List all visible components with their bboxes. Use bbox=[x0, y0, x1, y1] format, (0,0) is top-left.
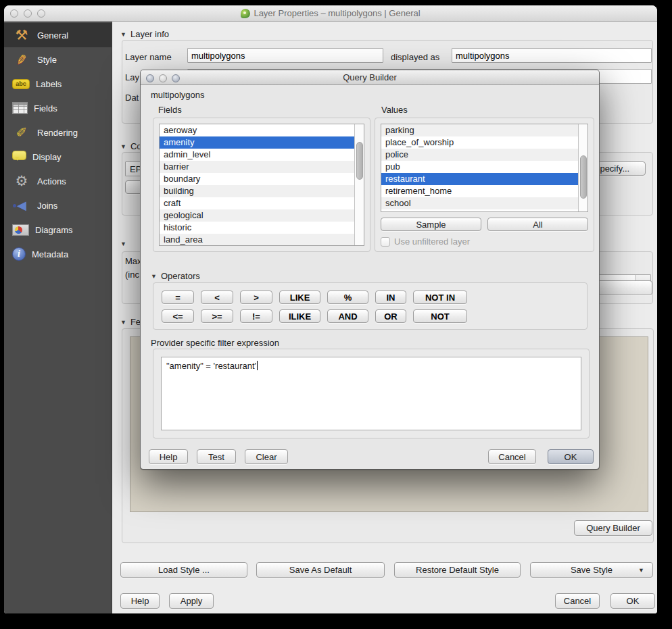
minimize-icon[interactable] bbox=[159, 74, 167, 82]
operator-button[interactable]: AND bbox=[327, 309, 368, 323]
minimize-icon[interactable] bbox=[24, 9, 32, 18]
sidebar-item[interactable]: Metadata bbox=[4, 242, 112, 266]
sidebar-item-label: Labels bbox=[36, 79, 62, 89]
zoom-icon[interactable] bbox=[37, 9, 45, 18]
field-row[interactable]: admin_level bbox=[160, 149, 354, 161]
sample-button[interactable]: Sample bbox=[381, 218, 481, 231]
cancel-button[interactable]: Cancel bbox=[555, 593, 600, 609]
operators-section-header[interactable]: ▼ Operators bbox=[151, 271, 200, 281]
sidebar-item[interactable]: Style bbox=[4, 47, 112, 72]
field-row[interactable]: geological bbox=[160, 209, 354, 222]
sidebar-item[interactable]: Fields bbox=[4, 96, 112, 120]
field-row[interactable]: boundary bbox=[160, 173, 354, 185]
operator-button[interactable]: != bbox=[240, 309, 272, 323]
sidebar-item[interactable]: Joins bbox=[4, 193, 112, 218]
style-button[interactable]: Restore Default Style ▼ bbox=[394, 562, 521, 578]
sidebar-item[interactable]: Diagrams bbox=[4, 218, 112, 242]
field-label: building bbox=[164, 186, 194, 196]
query-builder-titlebar[interactable]: Query Builder bbox=[141, 70, 599, 85]
sidebar-item[interactable]: Actions bbox=[4, 169, 112, 193]
collapse-triangle-icon: ▼ bbox=[120, 241, 126, 247]
scale-section-header[interactable]: ▼ bbox=[120, 241, 126, 247]
style-button[interactable]: Save Style ▼ bbox=[530, 562, 653, 578]
style-button[interactable]: Save As Default ▼ bbox=[256, 562, 385, 578]
qb-help-button[interactable]: Help bbox=[149, 449, 188, 464]
value-row[interactable]: restaurant bbox=[381, 173, 578, 185]
crs-section-header[interactable]: ▼ Co bbox=[120, 141, 142, 151]
operator-button[interactable]: > bbox=[240, 291, 272, 304]
query-layer-name: multipolygons bbox=[151, 90, 205, 100]
scrollbar-thumb[interactable] bbox=[580, 155, 587, 199]
layer-source-label-clipped: Lay bbox=[125, 72, 139, 82]
sidebar-item[interactable]: Rendering bbox=[4, 120, 112, 145]
sidebar-item[interactable]: Labels bbox=[4, 72, 112, 96]
operator-button[interactable]: LIKE bbox=[279, 291, 320, 304]
field-row[interactable]: amenity bbox=[160, 136, 354, 149]
value-row[interactable]: retirement_home bbox=[381, 185, 578, 197]
sidebar-item[interactable]: Display bbox=[4, 145, 112, 169]
sidebar-item[interactable]: General bbox=[4, 23, 112, 47]
value-label: school bbox=[385, 198, 411, 208]
displayed-as-input[interactable] bbox=[452, 48, 652, 63]
qb-cancel-button[interactable]: Cancel bbox=[488, 449, 536, 464]
operator-button[interactable]: ILIKE bbox=[279, 309, 320, 323]
style-button[interactable]: Load Style ... ▼ bbox=[120, 562, 247, 578]
scrollbar-thumb[interactable] bbox=[356, 142, 363, 180]
qb-ok-button[interactable]: OK bbox=[548, 449, 594, 464]
value-label: place_of_worship bbox=[385, 137, 454, 147]
operator-button[interactable]: NOT IN bbox=[413, 291, 467, 304]
operator-button[interactable]: < bbox=[201, 291, 233, 304]
fields-list[interactable]: aeroway amenity admin_level barrier bbox=[159, 124, 364, 246]
field-row[interactable]: craft bbox=[160, 197, 354, 209]
close-icon[interactable] bbox=[146, 74, 154, 82]
field-row[interactable]: historic bbox=[160, 222, 354, 234]
value-row[interactable]: parking bbox=[381, 124, 578, 136]
operators-row-1: =<>LIKE%INNOT IN bbox=[153, 291, 587, 304]
fields-rows: aeroway amenity admin_level barrier bbox=[160, 124, 354, 245]
operator-button[interactable]: % bbox=[327, 291, 368, 304]
feature-subset-section-header[interactable]: ▼ Fe bbox=[120, 317, 141, 327]
operator-button[interactable]: = bbox=[162, 291, 194, 304]
value-row[interactable]: school bbox=[381, 197, 578, 209]
values-list[interactable]: parking place_of_worship police pub bbox=[381, 124, 588, 212]
brush-icon bbox=[12, 124, 31, 141]
layer-name-input[interactable] bbox=[187, 48, 383, 63]
value-row[interactable]: police bbox=[381, 149, 578, 161]
value-row[interactable]: pub bbox=[381, 161, 578, 173]
values-scrollbar[interactable] bbox=[578, 124, 587, 211]
all-button[interactable]: All bbox=[487, 218, 588, 231]
window-titlebar[interactable]: Layer Properties – multipolygons | Gener… bbox=[4, 5, 657, 22]
operator-button[interactable]: NOT bbox=[413, 309, 467, 323]
apply-button[interactable]: Apply bbox=[169, 593, 214, 609]
ok-button[interactable]: OK bbox=[610, 593, 655, 609]
feature-subset-header-label-clipped: Fe bbox=[130, 317, 141, 327]
field-row[interactable]: building bbox=[160, 185, 354, 197]
table-icon bbox=[12, 102, 28, 114]
value-label: pub bbox=[385, 161, 400, 172]
operator-button[interactable]: OR bbox=[375, 309, 406, 323]
field-label: boundary bbox=[164, 174, 200, 184]
operator-button[interactable]: <= bbox=[162, 309, 194, 323]
operator-button[interactable]: >= bbox=[201, 309, 233, 323]
close-icon[interactable] bbox=[10, 9, 18, 18]
fields-scrollbar[interactable] bbox=[354, 124, 364, 245]
zoom-icon[interactable] bbox=[172, 74, 180, 82]
sidebar-item-label: Joins bbox=[37, 201, 57, 211]
qb-clear-button[interactable]: Clear bbox=[245, 449, 288, 464]
values-label: Values bbox=[381, 105, 408, 115]
layer-info-section-header[interactable]: ▼ Layer info bbox=[120, 29, 169, 39]
value-row[interactable]: place_of_worship bbox=[381, 136, 578, 149]
value-label: parking bbox=[385, 125, 414, 135]
sidebar-item-label: General bbox=[37, 30, 68, 41]
field-row[interactable]: aeroway bbox=[160, 124, 354, 136]
filter-expression-input[interactable]: "amenity" = 'restaurant' bbox=[161, 357, 581, 430]
query-builder-button[interactable]: Query Builder bbox=[574, 520, 652, 536]
field-row[interactable]: barrier bbox=[160, 161, 354, 173]
sidebar-item-label: Metadata bbox=[32, 249, 68, 259]
use-unfiltered-checkbox[interactable] bbox=[381, 237, 390, 247]
qb-test-button[interactable]: Test bbox=[197, 449, 236, 464]
collapse-triangle-icon: ▼ bbox=[120, 143, 126, 150]
help-button[interactable]: Help bbox=[120, 593, 160, 609]
field-row[interactable]: land_area bbox=[160, 234, 354, 245]
operator-button[interactable]: IN bbox=[375, 291, 406, 304]
